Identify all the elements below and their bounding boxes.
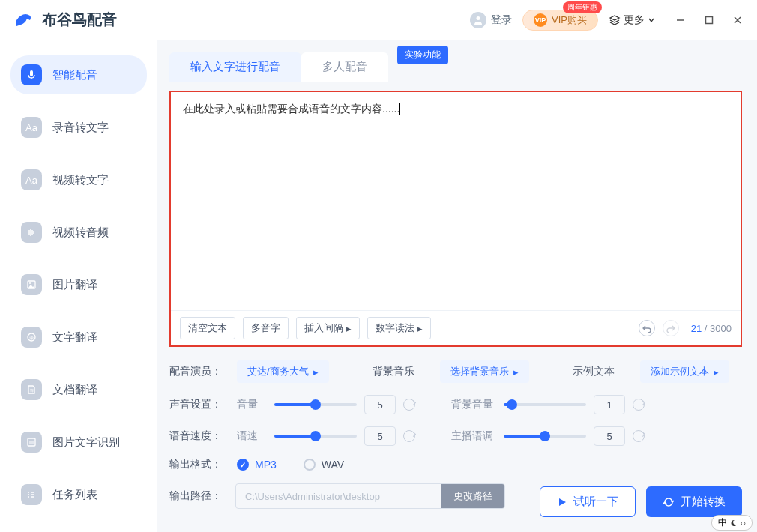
volume-value[interactable]: 5: [364, 395, 396, 414]
svg-point-5: [29, 282, 31, 284]
play-icon: [557, 497, 567, 507]
radio-checked-icon: [237, 459, 249, 471]
bg-volume-value[interactable]: 1: [594, 395, 625, 414]
close-button[interactable]: [730, 13, 745, 28]
sidebar-item-smart-dubbing[interactable]: 智能配音: [10, 55, 147, 94]
insert-gap-button[interactable]: 插入间隔▸: [296, 317, 360, 339]
pitch-label: 主播语调: [451, 429, 496, 443]
output-path-label: 输出路径：: [169, 489, 226, 503]
convert-button[interactable]: 开始转换: [646, 486, 742, 517]
titlebar: 布谷鸟配音 登录 VIP VIP购买 周年钜惠 更多: [0, 0, 757, 40]
preview-button[interactable]: 试听一下: [540, 486, 636, 517]
sidebar-item-label: 图片翻译: [52, 278, 97, 292]
waveform-icon: [21, 222, 42, 243]
triangle-right-icon: ▸: [346, 323, 352, 334]
bg-volume-reset-button[interactable]: [633, 399, 645, 411]
list-icon: [21, 484, 42, 505]
editor-content: 在此处录入或粘贴需要合成语音的文字内容......: [183, 103, 399, 115]
text-editor-container: 在此处录入或粘贴需要合成语音的文字内容...... 清空文本 多音字 插入间隔▸…: [169, 91, 742, 347]
triangle-right-icon: ▸: [313, 366, 319, 378]
bg-volume-label: 背景音量: [451, 398, 496, 411]
sidebar-item-tasks[interactable]: 任务列表: [10, 475, 147, 514]
rate-label: 语速: [237, 429, 267, 443]
radio-unchecked-icon: [304, 459, 316, 471]
format-mp3-radio[interactable]: MP3: [237, 459, 277, 471]
volume-reset-button[interactable]: [403, 399, 415, 411]
main-panel: 输入文字进行配音 多人配音 实验功能 在此处录入或粘贴需要合成语音的文字内容..…: [157, 40, 757, 532]
bgm-label: 背景音乐: [373, 365, 429, 378]
tab-text-input[interactable]: 输入文字进行配音: [169, 52, 301, 82]
sidebar-item-ocr[interactable]: 图片文字识别: [10, 423, 147, 462]
maximize-button[interactable]: [702, 13, 717, 28]
sidebar-item-video-to-text[interactable]: Aa 视频转文字: [10, 160, 147, 199]
sidebar-item-label: 录音转文字: [52, 121, 109, 135]
number-read-button[interactable]: 数字读法▸: [367, 317, 431, 339]
svg-rect-3: [30, 70, 33, 76]
rate-value[interactable]: 5: [364, 426, 396, 446]
triangle-right-icon: ▸: [714, 366, 719, 378]
refresh-icon: [663, 496, 675, 508]
rate-slider[interactable]: [274, 435, 357, 438]
vip-label: VIP购买: [552, 13, 587, 27]
voice-actor-select[interactable]: 艾达/商务大气▸: [237, 360, 329, 383]
sidebar-item-video-to-audio[interactable]: 视频转音频: [10, 213, 147, 252]
vip-promo-badge: 周年钜惠: [563, 1, 602, 13]
app-logo: 布谷鸟配音: [12, 8, 117, 32]
sidebar-item-label: 视频转音频: [52, 226, 109, 240]
more-label: 更多: [624, 13, 645, 27]
sample-select[interactable]: 添加示例文本▸: [640, 360, 729, 383]
format-label: 输出格式：: [169, 458, 226, 471]
tab-multi-voice[interactable]: 多人配音: [301, 52, 388, 82]
sample-label: 示例文本: [573, 365, 630, 378]
login-button[interactable]: 登录: [470, 12, 512, 28]
output-path-field[interactable]: C:\Users\Administrator\desktop 更改路径: [235, 483, 505, 509]
minimize-button[interactable]: [673, 13, 688, 28]
vip-buy-button[interactable]: VIP VIP购买 周年钜惠: [522, 10, 598, 31]
volume-label: 音量: [237, 398, 267, 411]
polyphone-button[interactable]: 多音字: [243, 317, 289, 339]
app-title: 布谷鸟配音: [42, 10, 117, 30]
pitch-value[interactable]: 5: [594, 426, 625, 446]
sidebar: 智能配音 Aa 录音转文字 Aa 视频转文字 视频转音频 图片翻译 译 文字翻译…: [0, 40, 157, 532]
voice-actor-label: 配音演员：: [169, 365, 226, 378]
login-label: 登录: [491, 13, 512, 27]
sidebar-item-image-translate[interactable]: 图片翻译: [10, 265, 147, 304]
svg-text:译: 译: [30, 388, 34, 393]
text-cursor: [399, 103, 400, 115]
translate-icon: 译: [21, 327, 42, 348]
undo-button[interactable]: [639, 320, 655, 336]
stack-icon: [609, 14, 621, 26]
ocr-icon: [21, 432, 42, 453]
pitch-slider[interactable]: [504, 435, 586, 438]
triangle-right-icon: ▸: [417, 323, 423, 334]
clear-text-button[interactable]: 清空文本: [180, 317, 235, 339]
sidebar-item-text-translate[interactable]: 译 文字翻译: [10, 318, 147, 357]
sidebar-item-label: 图片文字识别: [52, 435, 120, 450]
sidebar-item-label: 智能配音: [52, 68, 97, 82]
change-path-button[interactable]: 更改路径: [441, 484, 504, 508]
document-icon: 译: [21, 379, 42, 400]
sidebar-item-doc-translate[interactable]: 译 文档翻译: [10, 370, 147, 409]
sound-settings-label: 声音设置：: [169, 398, 226, 411]
pitch-reset-button[interactable]: [633, 430, 645, 442]
moon-icon: [730, 519, 738, 527]
mic-icon: [21, 64, 42, 85]
svg-rect-9: [28, 438, 35, 446]
ime-indicator: 中 ○: [711, 515, 753, 531]
sidebar-item-audio-to-text[interactable]: Aa 录音转文字: [10, 108, 147, 147]
svg-rect-2: [706, 16, 713, 23]
bg-volume-slider[interactable]: [504, 403, 586, 406]
rate-reset-button[interactable]: [403, 430, 415, 442]
svg-point-0: [477, 16, 480, 20]
volume-slider[interactable]: [274, 403, 357, 406]
redo-button[interactable]: [663, 320, 679, 336]
format-wav-radio[interactable]: WAV: [304, 459, 344, 471]
char-count: 21 / 3000: [691, 323, 732, 334]
chevron-down-icon: [648, 16, 655, 24]
bgm-select[interactable]: 选择背景音乐▸: [440, 360, 529, 383]
sidebar-item-label: 文档翻译: [52, 383, 97, 397]
text-editor[interactable]: 在此处录入或粘贴需要合成语音的文字内容......: [171, 92, 741, 310]
more-button[interactable]: 更多: [609, 13, 655, 27]
speed-settings-label: 语音速度：: [169, 429, 226, 443]
experimental-badge: 实验功能: [397, 46, 448, 64]
